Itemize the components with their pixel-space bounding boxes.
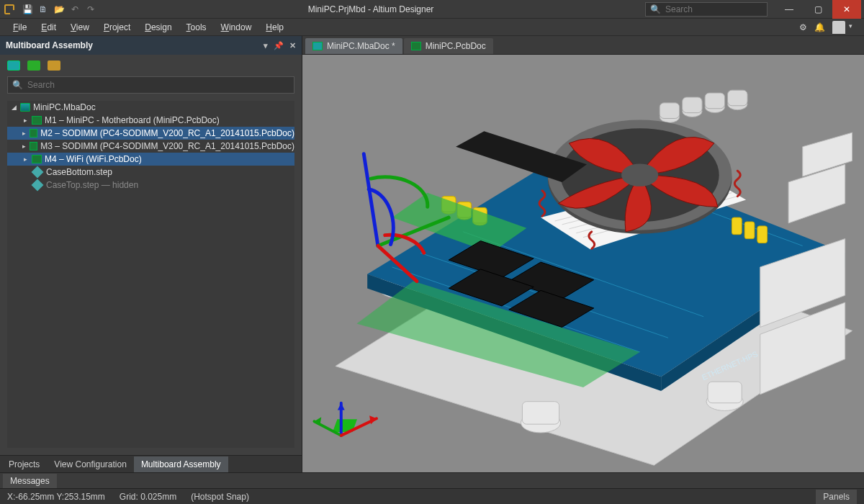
global-search[interactable]: 🔍 <box>645 2 768 17</box>
caret-right-icon[interactable]: ▸ <box>22 117 29 124</box>
svg-rect-21 <box>732 217 742 235</box>
tree-item[interactable]: CaseTop.step — hidden <box>7 179 294 192</box>
svg-rect-25 <box>660 103 680 119</box>
menu-bar: File Edit View Project Design Tools Wind… <box>0 19 864 36</box>
panel-search[interactable]: 🔍 <box>7 76 294 94</box>
mba-doc-icon <box>20 103 30 112</box>
caret-down-icon[interactable]: ◢ <box>10 104 17 111</box>
tree-item-label: CaseTop.step — hidden <box>46 180 138 190</box>
document-tab-strip: MiniPC.MbaDoc *MiniPC.PcbDoc <box>302 36 864 55</box>
caret-right-icon[interactable]: ▸ <box>22 143 27 150</box>
svg-rect-27 <box>683 97 703 113</box>
tree-item[interactable]: ▸M2 – SODIMM (PC4-SODIMM_V200_RC_A1_2014… <box>7 127 294 140</box>
panel-tab[interactable]: View Configuration <box>47 456 134 472</box>
caret-right-icon[interactable]: ▸ <box>22 130 27 137</box>
document-tab[interactable]: MiniPC.PcbDoc <box>404 38 493 54</box>
svg-rect-7 <box>708 382 742 402</box>
window-controls: — ▢ ✕ <box>775 0 861 19</box>
toolbar-step-icon[interactable] <box>48 60 60 71</box>
svg-rect-5 <box>522 402 559 424</box>
tree-item[interactable]: CaseBottom.step <box>7 166 294 179</box>
status-coordinates: X:-66.25mm Y:253.15mm <box>7 492 105 502</box>
tree-root-label: MiniPC.MbaDoc <box>33 102 96 112</box>
multiboard-assembly-panel: Multiboard Assembly ▾ 📌 ✕ 🔍 ◢ MiniPC.Mba… <box>0 36 302 472</box>
close-button[interactable]: ✕ <box>832 0 861 19</box>
panels-button[interactable]: Panels <box>816 490 857 504</box>
user-avatar-icon[interactable] <box>832 21 845 34</box>
status-bar: X:-66.25mm Y:253.15mm Grid: 0.025mm (Hot… <box>0 488 864 504</box>
title-bar: 💾 🗎 📂 ↶ ↷ MiniPC.PrjMbd - Altium Designe… <box>0 0 864 19</box>
toolbar-board-icon[interactable] <box>7 60 20 71</box>
status-grid: Grid: 0.025mm <box>120 492 176 502</box>
menu-project[interactable]: Project <box>96 20 138 35</box>
panel-title: Multiboard Assembly <box>6 40 93 50</box>
pcb-doc-icon <box>30 129 37 138</box>
editor-area: MiniPC.MbaDoc *MiniPC.PcbDoc <box>302 36 864 472</box>
quick-access-toolbar: 💾 🗎 📂 ↶ ↷ <box>22 4 96 15</box>
svg-point-41 <box>621 163 658 186</box>
window-title: MiniPC.PrjMbd - Altium Designer <box>308 4 434 14</box>
menu-help[interactable]: Help <box>258 20 291 35</box>
tree-item-label: M4 – WiFi (WiFi.PcbDoc) <box>45 154 142 164</box>
menu-edit[interactable]: Edit <box>34 20 63 35</box>
svg-rect-23 <box>757 226 768 243</box>
assembly-tree[interactable]: ◢ MiniPC.MbaDoc ▸M1 – MiniPC - Motherboa… <box>7 101 294 448</box>
pcb-doc-icon <box>32 116 42 125</box>
panel-dropdown-icon[interactable]: ▾ <box>264 41 268 50</box>
main-area: Multiboard Assembly ▾ 📌 ✕ 🔍 ◢ MiniPC.Mba… <box>0 36 864 472</box>
messages-row: Messages <box>0 472 864 488</box>
svg-rect-29 <box>705 93 725 109</box>
mba-doc-icon <box>312 42 323 50</box>
tree-item-label: M3 – SODIMM (PC4-SODIMM_V200_RC_A1_20141… <box>40 141 294 151</box>
notifications-bell-icon[interactable]: 🔔 <box>814 22 825 32</box>
status-snap: (Hotspot Snap) <box>191 492 249 502</box>
3d-viewport[interactable]: ETHERNET-HPS <box>302 55 864 472</box>
panel-tab[interactable]: Multiboard Assembly <box>134 456 228 472</box>
step-model-icon <box>32 179 44 192</box>
caret-right-icon[interactable]: ▸ <box>22 156 29 163</box>
undo-icon[interactable]: ↶ <box>69 4 81 15</box>
svg-rect-31 <box>728 90 748 106</box>
minimize-button[interactable]: — <box>775 0 804 19</box>
menu-view[interactable]: View <box>63 20 96 35</box>
save-all-icon[interactable]: 🗎 <box>37 4 49 15</box>
menu-design[interactable]: Design <box>138 20 179 35</box>
pcb-doc-icon <box>411 42 421 50</box>
messages-button[interactable]: Messages <box>3 474 57 488</box>
3d-scene-render: ETHERNET-HPS <box>302 55 864 472</box>
panel-header[interactable]: Multiboard Assembly ▾ 📌 ✕ <box>0 36 302 55</box>
search-icon: 🔍 <box>650 4 661 14</box>
global-search-input[interactable] <box>665 4 762 14</box>
settings-gear-icon[interactable]: ⚙ <box>799 22 807 32</box>
open-icon[interactable]: 📂 <box>53 4 65 15</box>
app-logo-icon <box>4 4 14 14</box>
panel-tab[interactable]: Projects <box>1 456 47 472</box>
panel-toolbar <box>0 55 302 76</box>
tree-item[interactable]: ▸M1 – MiniPC - Motherboard (MiniPC.PcbDo… <box>7 114 294 127</box>
svg-rect-22 <box>744 222 755 239</box>
panel-tab-strip: ProjectsView ConfigurationMultiboard Ass… <box>0 455 302 472</box>
redo-icon[interactable]: ↷ <box>85 4 96 15</box>
document-tab-label: MiniPC.PcbDoc <box>426 41 486 51</box>
step-model-icon <box>32 166 44 179</box>
tree-item-label: M2 – SODIMM (PC4-SODIMM_V200_RC_A1_20141… <box>40 128 294 138</box>
menu-tools[interactable]: Tools <box>179 20 214 35</box>
pcb-doc-icon <box>32 155 42 163</box>
document-tab-label: MiniPC.MbaDoc * <box>327 41 395 51</box>
toolbar-pcb-icon[interactable] <box>27 60 40 71</box>
panel-search-input[interactable] <box>27 80 289 90</box>
search-icon: 🔍 <box>12 80 23 90</box>
panel-pin-icon[interactable]: 📌 <box>274 41 284 50</box>
panel-close-icon[interactable]: ✕ <box>289 41 296 50</box>
menu-file[interactable]: File <box>6 20 34 35</box>
pcb-doc-icon <box>30 142 37 150</box>
save-icon[interactable]: 💾 <box>22 4 33 15</box>
menu-window[interactable]: Window <box>214 20 259 35</box>
tree-item[interactable]: ▸M3 – SODIMM (PC4-SODIMM_V200_RC_A1_2014… <box>7 140 294 153</box>
maximize-button[interactable]: ▢ <box>804 0 832 19</box>
tree-item-label: M1 – MiniPC - Motherboard (MiniPC.PcbDoc… <box>45 115 220 125</box>
tree-item[interactable]: ▸M4 – WiFi (WiFi.PcbDoc) <box>7 153 294 166</box>
tree-item-label: CaseBottom.step <box>46 167 112 177</box>
tree-root[interactable]: ◢ MiniPC.MbaDoc <box>7 101 294 114</box>
document-tab[interactable]: MiniPC.MbaDoc * <box>305 38 402 54</box>
